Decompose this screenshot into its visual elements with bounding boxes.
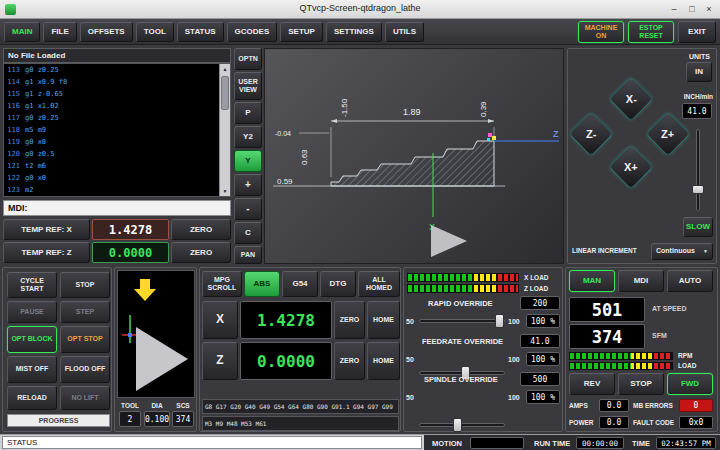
gcode-preview[interactable]: 1.89 -1.50 0.39 -0.04 0.63 0.59 Z X xyxy=(264,48,564,264)
mdi-entry[interactable]: MDI: xyxy=(3,200,231,216)
tab-utils[interactable]: UTILS xyxy=(385,22,424,42)
jog-x-plus-button[interactable]: X+ xyxy=(608,144,653,189)
opt-stop-button[interactable]: OPT STOP xyxy=(60,326,110,353)
spindle-fwd-button[interactable]: FWD xyxy=(667,373,713,395)
temp-ref-z-zero-button[interactable]: ZERO xyxy=(171,242,231,263)
slow-button[interactable]: SLOW xyxy=(683,217,713,237)
x-home-button[interactable]: HOME xyxy=(367,301,400,339)
tab-tool[interactable]: TOOL xyxy=(136,22,174,42)
minimize-icon[interactable]: – xyxy=(666,0,682,18)
slider-track[interactable] xyxy=(696,129,700,211)
view-pan-button[interactable]: PAN xyxy=(234,246,262,264)
mist-button[interactable]: MIST OFF xyxy=(7,356,57,383)
rapid-min-label: 50 xyxy=(406,318,414,325)
scroll-thumb[interactable] xyxy=(221,76,229,110)
tool-graphic xyxy=(117,270,195,398)
spindle-override-value: 500 xyxy=(520,372,560,386)
slider-handle[interactable] xyxy=(495,314,504,328)
flood-button[interactable]: FLOOD OFF xyxy=(60,356,110,383)
feedrate-override-label: FEEDRATE OVERRIDE xyxy=(422,337,503,346)
view-clear-button[interactable]: C xyxy=(234,222,262,244)
man-mode-button[interactable]: MAN xyxy=(569,270,615,292)
reload-button[interactable]: RELOAD xyxy=(7,386,57,410)
maximize-icon[interactable]: □ xyxy=(684,0,700,18)
tab-status[interactable]: STATUS xyxy=(177,22,224,42)
scroll-up-icon[interactable]: ▲ xyxy=(220,64,230,74)
axis-x-button[interactable]: X xyxy=(202,301,238,339)
slider-track[interactable] xyxy=(419,423,505,427)
increment-combobox[interactable]: Continuous ▼ xyxy=(651,243,713,260)
opt-block-button[interactable]: OPT BLOCK xyxy=(7,326,57,353)
tool-panel: TOOL DIA SCS 2 0.100 374 xyxy=(114,267,197,432)
z-home-button[interactable]: HOME xyxy=(367,342,400,380)
tab-settings[interactable]: SETTINGS xyxy=(326,22,382,42)
estop-reset-button[interactable]: ESTOP RESET xyxy=(628,21,674,43)
auto-mode-button[interactable]: AUTO xyxy=(667,270,713,292)
jog-z-minus-button[interactable]: Z- xyxy=(568,111,613,156)
tool-diameter-value: 0.100 xyxy=(144,411,170,427)
spindle-stop-button[interactable]: STOP xyxy=(618,373,664,395)
mdi-mode-button[interactable]: MDI xyxy=(618,270,664,292)
close-icon[interactable]: × xyxy=(701,0,717,18)
svg-text:0.59: 0.59 xyxy=(277,177,293,186)
pause-button[interactable]: PAUSE xyxy=(7,301,57,323)
svg-text:Z: Z xyxy=(553,129,559,139)
tab-gcodes[interactable]: GCODES xyxy=(227,22,278,42)
view-y-button[interactable]: Y xyxy=(234,150,262,172)
jog-rate-slider[interactable] xyxy=(692,129,704,211)
line-text: g0 x0 xyxy=(25,172,46,184)
spindle-sfm-display: 374 xyxy=(569,324,645,349)
x-zero-button[interactable]: ZERO xyxy=(334,301,365,339)
slider-track[interactable] xyxy=(419,319,505,323)
machine-on-button[interactable]: MACHINE ON xyxy=(578,21,624,43)
view-p-button[interactable]: P xyxy=(234,102,262,124)
zoom-out-button[interactable]: - xyxy=(234,198,262,220)
stop-button[interactable]: STOP xyxy=(60,272,110,298)
spindle-override-slider[interactable] xyxy=(419,418,505,432)
z-zero-button[interactable]: ZERO xyxy=(334,342,365,380)
line-number: 120 xyxy=(7,148,20,160)
step-button[interactable]: STEP xyxy=(60,301,110,323)
temp-ref-x-button[interactable]: TEMP REF: X xyxy=(3,219,90,240)
all-homed-button[interactable]: ALL HOMED xyxy=(358,271,400,297)
x-load-bar xyxy=(407,273,519,282)
tab-setup[interactable]: SETUP xyxy=(280,22,323,42)
line-text: g1 z-0.65 xyxy=(25,88,63,100)
view-user-view-button[interactable]: USER VIEW xyxy=(234,72,262,100)
g54-button[interactable]: G54 xyxy=(282,271,318,297)
tool-number-value: 2 xyxy=(119,411,141,427)
cycle-start-button[interactable]: CYCLE START xyxy=(7,272,57,298)
dtg-button[interactable]: DTG xyxy=(320,271,356,297)
spindle-max-label: 100 xyxy=(508,394,520,401)
tab-file[interactable]: FILE xyxy=(43,22,76,42)
gcode-line: 123m2 xyxy=(4,184,230,196)
jog-x-minus-label: X- xyxy=(626,93,637,105)
tab-offsets[interactable]: OFFSETS xyxy=(80,22,133,42)
axis-z-button[interactable]: Z xyxy=(202,342,238,380)
svg-text:0.63: 0.63 xyxy=(300,149,309,165)
exit-button[interactable]: EXIT xyxy=(678,21,716,43)
tab-main[interactable]: MAIN xyxy=(4,22,40,42)
gcode-viewer[interactable]: 113g0 z0.25 114g1 x0.9 f8 115g1 z-0.65 1… xyxy=(3,63,231,197)
view-optn-button[interactable]: OPTN xyxy=(234,48,262,70)
spindle-rev-button[interactable]: REV xyxy=(569,373,615,395)
mpg-scroll-button[interactable]: MPG SCROLL xyxy=(202,271,242,297)
jog-x-minus-button[interactable]: X- xyxy=(608,76,653,121)
slider-handle[interactable] xyxy=(692,185,704,194)
line-text: g0 x0 xyxy=(25,136,46,148)
temp-ref-x-zero-button[interactable]: ZERO xyxy=(171,219,231,240)
zoom-in-button[interactable]: + xyxy=(234,174,262,196)
slider-handle[interactable] xyxy=(453,418,462,432)
view-y2-button[interactable]: Y2 xyxy=(234,126,262,148)
titlebar[interactable]: QTvcp-Screen-qtdragon_lathe – □ × xyxy=(0,0,720,19)
rapid-override-slider[interactable] xyxy=(419,314,505,328)
units-button[interactable]: IN xyxy=(686,62,712,82)
run-time-label: RUN TIME xyxy=(534,439,570,448)
scrollbar[interactable]: ▲ ▼ xyxy=(219,64,230,196)
temp-ref-z-button[interactable]: TEMP REF: Z xyxy=(3,242,90,263)
no-lift-button[interactable]: NO LIFT xyxy=(60,386,110,410)
abs-button[interactable]: ABS xyxy=(244,271,280,297)
active-gcodes: G8 G17 G20 G40 G49 G54 G64 G80 G90 G91.1… xyxy=(202,399,399,414)
units-label: UNITS xyxy=(689,53,710,60)
scroll-down-icon[interactable]: ▼ xyxy=(220,186,230,196)
